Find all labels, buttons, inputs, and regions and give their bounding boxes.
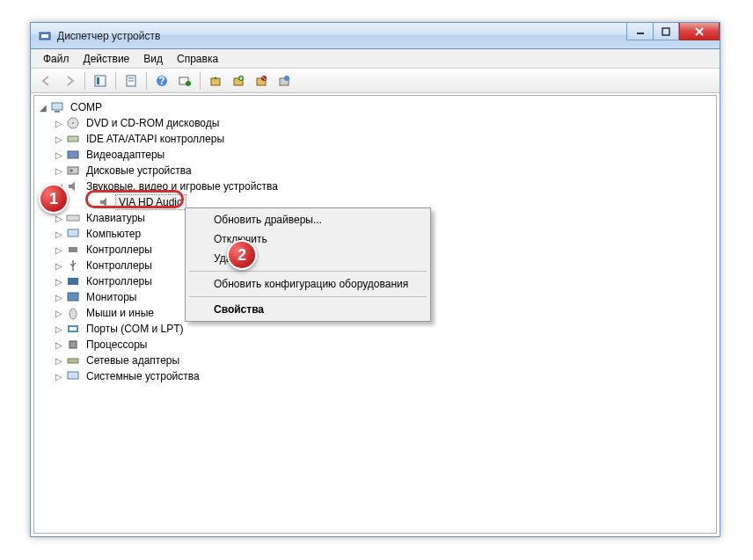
svg-rect-31 <box>68 278 78 285</box>
expand-icon[interactable]: ▷ <box>54 324 64 334</box>
ctx-properties[interactable]: Свойства <box>187 300 428 319</box>
cpu-icon <box>66 338 80 352</box>
tree-item[interactable]: ▷Системные устройства <box>54 368 713 384</box>
tree-root[interactable]: ◢ COMP <box>38 99 713 115</box>
svg-point-19 <box>284 76 289 81</box>
svg-rect-29 <box>68 229 78 236</box>
device-manager-window: Диспетчер устройств Файл Действие Вид Сп… <box>30 22 720 537</box>
update-driver-button[interactable] <box>205 70 226 91</box>
annotation-marker-2: 2 <box>227 240 257 270</box>
maximize-button[interactable] <box>653 23 679 40</box>
svg-rect-32 <box>68 293 78 301</box>
expand-icon[interactable]: ▷ <box>54 135 64 144</box>
window-controls <box>626 23 720 40</box>
annotation-marker-1: 1 <box>39 184 69 214</box>
svg-rect-25 <box>68 151 78 158</box>
svg-rect-3 <box>662 28 669 35</box>
sound-icon <box>98 195 112 209</box>
forward-button <box>59 70 80 91</box>
scan-button[interactable] <box>174 70 195 91</box>
app-icon <box>38 29 52 43</box>
action-button[interactable] <box>274 70 295 91</box>
context-menu: Обновить драйверы... Отключить Удалить О… <box>185 207 431 322</box>
svg-rect-35 <box>69 341 77 348</box>
tree-item[interactable]: ▷Сетевые адаптеры <box>54 353 713 368</box>
svg-rect-34 <box>69 326 77 331</box>
tree-item[interactable]: ▷Дисковые устройства <box>54 163 713 178</box>
ctx-separator <box>189 271 427 272</box>
svg-rect-28 <box>67 215 79 221</box>
show-hide-tree-button[interactable] <box>90 70 111 91</box>
svg-point-23 <box>72 122 74 124</box>
svg-rect-13 <box>211 78 220 85</box>
svg-text:?: ? <box>158 75 164 87</box>
tree-item[interactable]: ▷DVD и CD-ROM дисководы <box>54 115 713 131</box>
expand-icon[interactable]: ▷ <box>54 309 64 318</box>
svg-point-33 <box>69 309 77 319</box>
sound-icon <box>66 179 80 193</box>
expand-icon[interactable]: ▷ <box>54 119 64 128</box>
svg-rect-30 <box>69 247 77 252</box>
menu-file[interactable]: Файл <box>36 50 77 68</box>
svg-rect-21 <box>55 111 60 113</box>
ctx-scan-hardware[interactable]: Обновить конфигурацию оборудования <box>187 274 428 294</box>
expand-icon[interactable]: ▷ <box>54 229 64 239</box>
system-icon <box>66 369 80 383</box>
back-button <box>36 70 57 91</box>
menu-help[interactable]: Справка <box>170 50 225 68</box>
ctx-delete[interactable]: Удалить <box>187 249 428 268</box>
tree-item[interactable]: ▷Видеоадаптеры <box>54 147 713 163</box>
ctx-update-drivers[interactable]: Обновить драйверы... <box>187 210 428 229</box>
svg-point-27 <box>69 169 73 172</box>
expand-icon[interactable]: ▷ <box>54 245 64 255</box>
expand-icon[interactable]: ▷ <box>54 214 64 223</box>
expand-icon[interactable]: ▷ <box>54 150 64 160</box>
svg-rect-37 <box>68 372 78 379</box>
disk-icon <box>66 164 80 178</box>
svg-rect-36 <box>68 359 78 363</box>
collapse-icon[interactable]: ◢ <box>38 103 48 113</box>
svg-rect-20 <box>52 103 62 110</box>
expand-icon[interactable]: ▷ <box>54 293 64 302</box>
expand-icon[interactable]: ▷ <box>54 356 64 366</box>
ide-icon <box>66 132 80 146</box>
tree-item-sound[interactable]: ◢Звуковые, видео и игровые устройства <box>54 178 713 194</box>
computer-icon <box>66 227 80 241</box>
cdrom-icon <box>66 116 80 130</box>
svg-rect-24 <box>68 136 78 142</box>
expand-icon[interactable]: ▷ <box>54 372 64 382</box>
close-button[interactable] <box>679 23 720 40</box>
computer-icon <box>50 100 64 114</box>
storage-controller-icon <box>66 274 80 288</box>
ctx-disable[interactable]: Отключить <box>187 229 428 249</box>
expand-icon[interactable]: ▷ <box>54 166 64 176</box>
svg-rect-4 <box>95 76 106 86</box>
menu-view[interactable]: Вид <box>136 50 170 68</box>
tree-item[interactable]: ▷IDE ATA/ATAPI контроллеры <box>54 131 713 147</box>
ctx-separator <box>189 296 427 297</box>
svg-rect-5 <box>97 77 99 84</box>
menu-action[interactable]: Действие <box>77 50 137 68</box>
svg-point-12 <box>186 81 191 86</box>
expand-icon[interactable]: ▷ <box>54 261 64 271</box>
expand-icon[interactable]: ▷ <box>54 340 64 350</box>
mouse-icon <box>66 306 80 320</box>
tree-item[interactable]: ▷Процессоры <box>54 337 713 353</box>
tree-item[interactable]: ▷Порты (COM и LPT) <box>54 321 713 337</box>
expand-icon[interactable]: ▷ <box>54 277 64 287</box>
svg-rect-1 <box>41 34 48 38</box>
controller-icon <box>66 243 80 257</box>
monitor-icon <box>66 290 80 304</box>
titlebar[interactable]: Диспетчер устройств <box>31 23 720 49</box>
toolbar: ? <box>31 69 720 93</box>
usb-icon <box>66 258 80 273</box>
port-icon <box>66 322 80 336</box>
properties-button[interactable] <box>121 70 142 91</box>
help-button[interactable]: ? <box>151 70 172 91</box>
minimize-button[interactable] <box>626 23 653 40</box>
window-title: Диспетчер устройств <box>57 30 160 42</box>
uninstall-button[interactable] <box>228 70 249 91</box>
network-icon <box>66 353 80 367</box>
menubar: Файл Действие Вид Справка <box>31 49 720 69</box>
disable-button[interactable] <box>251 70 272 91</box>
